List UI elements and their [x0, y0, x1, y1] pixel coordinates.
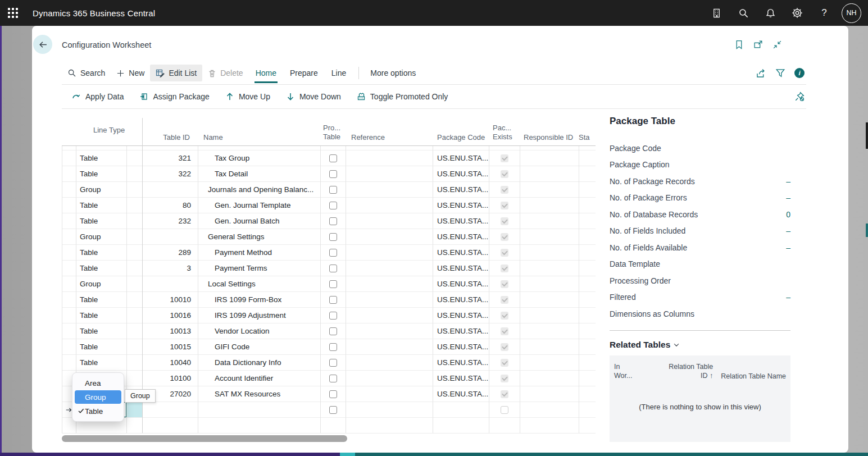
cell-package-code[interactable]: US.ENU.STA...: [433, 201, 489, 209]
open-in-new-window-icon[interactable]: [753, 40, 763, 49]
factbox-field-value[interactable]: –: [786, 293, 790, 302]
promoted-table-checkbox[interactable]: [329, 280, 337, 288]
cell-name[interactable]: Payment Method: [198, 248, 320, 257]
cell-line-type[interactable]: Table: [76, 166, 126, 181]
cell-line-type[interactable]: Group: [76, 276, 126, 291]
factbox-field-value[interactable]: –: [786, 193, 790, 202]
promoted-table-checkbox[interactable]: [329, 359, 337, 367]
column-header-package-code[interactable]: Package Code: [433, 133, 489, 145]
cell-package-code[interactable]: US.ENU.STA...: [433, 390, 489, 398]
column-header-in-worksheet[interactable]: InWor...: [614, 362, 657, 380]
promoted-table-checkbox[interactable]: [329, 186, 337, 194]
cell-table-id[interactable]: 80: [142, 201, 198, 209]
cell-table-id[interactable]: 3: [142, 264, 198, 272]
cell-package-code[interactable]: US.ENU.STA...: [433, 374, 489, 382]
column-header-relation-table-name[interactable]: Relation Table Name: [713, 372, 786, 380]
column-header-package-exists[interactable]: Pac...Exists: [489, 124, 520, 145]
collapse-icon[interactable]: [772, 40, 782, 49]
search-icon[interactable]: [734, 3, 753, 22]
factbox-field-label[interactable]: Data Template: [610, 259, 660, 268]
promoted-table-checkbox[interactable]: [329, 406, 337, 414]
horizontal-scrollbar-thumb[interactable]: [62, 435, 347, 442]
factbox-field-label[interactable]: No. of Fields Available: [610, 243, 687, 252]
cell-table-id[interactable]: 232: [142, 217, 198, 225]
factbox-field-label[interactable]: No. of Package Errors: [610, 193, 687, 202]
company-icon[interactable]: [707, 3, 726, 22]
cell-name[interactable]: Gen. Journal Template: [198, 201, 320, 209]
spacer-cell[interactable]: [126, 229, 142, 244]
column-header-line-type[interactable]: Line Type: [76, 118, 126, 145]
promoted-table-checkbox[interactable]: [329, 327, 337, 335]
spacer-cell[interactable]: [126, 245, 142, 260]
dropdown-item-group[interactable]: Group: [75, 390, 121, 404]
promoted-table-checkbox[interactable]: [329, 202, 337, 209]
spacer-cell[interactable]: [126, 182, 142, 197]
factbox-field-value[interactable]: –: [786, 177, 790, 186]
factbox-field-label[interactable]: Processing Order: [610, 276, 671, 285]
notifications-bell-icon[interactable]: [761, 3, 780, 22]
cell-line-type[interactable]: Table: [76, 308, 126, 323]
cell-line-type[interactable]: Table: [76, 323, 126, 339]
factbox-field-label[interactable]: Package Code: [610, 144, 661, 153]
tab-prepare[interactable]: Prepare: [283, 65, 325, 81]
cell-line-type[interactable]: Table: [76, 339, 126, 354]
cell-name[interactable]: SAT MX Resources: [198, 390, 320, 398]
cell-package-code[interactable]: US.ENU.STA...: [433, 170, 489, 178]
cell-name[interactable]: GIFI Code: [198, 343, 320, 351]
spacer-cell[interactable]: [126, 213, 142, 229]
promoted-table-checkbox[interactable]: [329, 170, 337, 178]
active-cell-highlight[interactable]: [126, 402, 142, 417]
cell-name[interactable]: Payment Terms: [198, 264, 320, 272]
cell-table-id[interactable]: 10015: [142, 343, 198, 351]
cell-line-type[interactable]: Table: [76, 355, 126, 370]
spacer-cell[interactable]: [126, 323, 142, 339]
move-down-button[interactable]: Move Down: [280, 88, 347, 106]
cell-package-code[interactable]: US.ENU.STA...: [433, 232, 489, 241]
dropdown-item-area[interactable]: Area: [75, 376, 121, 390]
promoted-table-checkbox[interactable]: [329, 249, 337, 257]
cell-package-code[interactable]: US.ENU.STA...: [433, 358, 489, 367]
spacer-cell[interactable]: [126, 198, 142, 213]
column-header-name[interactable]: Name: [198, 133, 320, 145]
cell-name[interactable]: Gen. Journal Batch: [198, 217, 320, 225]
cell-line-type[interactable]: Table: [76, 151, 126, 166]
cell-line-type[interactable]: Table: [76, 213, 126, 229]
new-button[interactable]: New: [111, 65, 150, 81]
cell-line-type[interactable]: Table: [76, 292, 126, 307]
cell-package-code[interactable]: US.ENU.STA...: [433, 327, 489, 335]
cell-name[interactable]: General Settings: [198, 232, 320, 241]
cell-package-code[interactable]: US.ENU.STA...: [433, 311, 489, 320]
edit-list-button[interactable]: Edit List: [150, 65, 202, 81]
spacer-cell[interactable]: [126, 166, 142, 181]
cell-name[interactable]: Tax Detail: [198, 170, 320, 178]
cell-table-id[interactable]: 322: [142, 170, 198, 178]
factbox-field-label[interactable]: No. of Database Records: [610, 210, 698, 219]
cell-name[interactable]: Tax Group: [198, 154, 320, 162]
cell-line-type[interactable]: Group: [76, 229, 126, 244]
cell-package-code[interactable]: US.ENU.STA...: [433, 217, 489, 225]
assign-package-button[interactable]: Assign Package: [133, 88, 215, 106]
factbox-field-value[interactable]: –: [786, 226, 790, 235]
cell-table-id[interactable]: 289: [142, 248, 198, 257]
share-icon[interactable]: [756, 68, 766, 79]
cell-name[interactable]: IRS 1099 Adjustment: [198, 311, 320, 320]
apply-data-button[interactable]: Apply Data: [66, 88, 130, 106]
cell-name[interactable]: Data Dictionary Info: [198, 358, 320, 367]
more-options-button[interactable]: More options: [365, 65, 421, 81]
cell-package-code[interactable]: US.ENU.STA...: [433, 280, 489, 288]
user-avatar[interactable]: NH: [842, 3, 861, 23]
cell-table-id[interactable]: 321: [142, 154, 198, 162]
promoted-table-checkbox[interactable]: [329, 375, 337, 382]
spacer-cell[interactable]: [126, 292, 142, 307]
promoted-table-checkbox[interactable]: [329, 217, 337, 225]
toggle-promoted-only-button[interactable]: Toggle Promoted Only: [351, 88, 455, 106]
spacer-cell[interactable]: [126, 371, 142, 386]
settings-gear-icon[interactable]: [788, 3, 807, 22]
column-header-table-id[interactable]: Table ID: [142, 133, 198, 145]
app-launcher-waffle-icon[interactable]: [0, 0, 26, 26]
promoted-table-checkbox[interactable]: [329, 390, 337, 398]
column-header-responsible-id[interactable]: Responsible ID: [520, 133, 579, 145]
spacer-cell[interactable]: [126, 308, 142, 323]
promoted-table-checkbox[interactable]: [329, 343, 337, 351]
move-up-button[interactable]: Move Up: [219, 88, 276, 106]
